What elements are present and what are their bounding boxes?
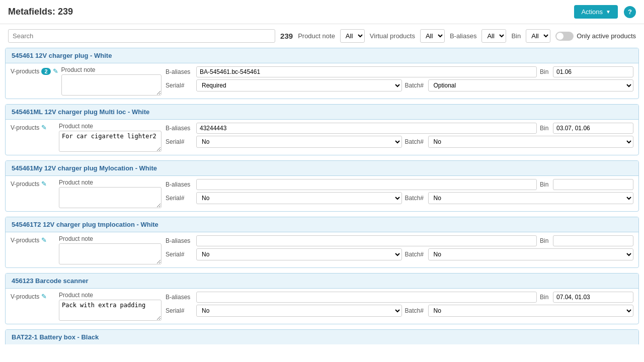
actions-button[interactable]: Actions ▼ xyxy=(574,5,618,19)
product-note-textarea[interactable] xyxy=(59,243,162,264)
v-products-label: V-products xyxy=(11,180,39,188)
serial-select[interactable]: RequiredNoYes xyxy=(196,79,402,92)
b-aliases-label: B-aliases xyxy=(166,181,193,188)
product-header: BAT22-1 Battery box - Black xyxy=(6,330,638,344)
product-group: 545461My 12V charger plug Mylocation - W… xyxy=(5,160,639,212)
product-note-textarea[interactable] xyxy=(59,300,162,321)
batch-select[interactable]: OptionalNoYes xyxy=(428,305,634,317)
product-row: V-products✎Product noteB-aliasesBinSeria… xyxy=(6,120,638,155)
v-products-label: V-products xyxy=(11,293,39,300)
edit-icon[interactable]: ✎ xyxy=(41,124,47,131)
page-title: Metafields: 239 xyxy=(8,7,73,17)
serial-label: Serial# xyxy=(166,251,193,258)
serial-select[interactable]: RequiredNoYes xyxy=(196,136,402,148)
note-wrap: Product note xyxy=(59,235,162,264)
product-note-label: Product note xyxy=(59,123,162,130)
bin-input[interactable] xyxy=(553,66,633,77)
product-header: 545461 12V charger plug - White xyxy=(6,48,638,63)
product-note-textarea[interactable] xyxy=(59,187,162,208)
virtual-products-label: Virtual products xyxy=(370,32,415,40)
product-row: V-products✎Product noteB-aliasesBinSeria… xyxy=(6,289,638,324)
v-products-label: V-products xyxy=(11,124,39,131)
serial-label: Serial# xyxy=(166,82,193,89)
b-aliases-label: B-aliases xyxy=(166,294,193,301)
v-products-badge: 2 xyxy=(41,68,50,75)
note-wrap: Product note xyxy=(59,123,162,152)
bin-label: Bin xyxy=(540,181,550,188)
left-section: V-products✎Product note xyxy=(11,235,162,264)
batch-label: Batch# xyxy=(405,82,425,89)
main-content: 545461 12V charger plug - WhiteV-product… xyxy=(0,48,644,344)
product-group: BAT22-1 Battery box - BlackV-products✎Pr… xyxy=(5,329,639,344)
note-wrap: Product note xyxy=(61,66,162,96)
serial-batch-row: Serial#RequiredNoYesBatch#OptionalNoYes xyxy=(166,192,633,204)
toggle-knob xyxy=(556,33,564,40)
serial-batch-row: Serial#RequiredNoYesBatch#OptionalNoYes xyxy=(166,248,633,260)
serial-batch-row: Serial#RequiredNoYesBatch#OptionalNoYes xyxy=(166,136,633,148)
bin-label: Bin xyxy=(540,294,550,301)
serial-label: Serial# xyxy=(166,138,193,145)
v-products-label: V-products xyxy=(11,237,39,244)
aliases-bin-row: B-aliasesBin xyxy=(166,66,633,77)
edit-icon[interactable]: ✎ xyxy=(53,67,58,75)
product-note-select[interactable]: All xyxy=(340,29,365,43)
serial-select[interactable]: RequiredNoYes xyxy=(196,192,402,204)
right-section: B-aliasesBinSerial#RequiredNoYesBatch#Op… xyxy=(166,179,633,204)
serial-label: Serial# xyxy=(166,307,193,314)
product-row: V-products2✎Product noteB-aliasesBinSeri… xyxy=(6,63,638,99)
b-aliases-input[interactable] xyxy=(196,179,537,190)
bin-label: Bin xyxy=(540,237,550,244)
b-aliases-input[interactable] xyxy=(196,235,537,246)
batch-select[interactable]: OptionalNoYes xyxy=(428,79,634,92)
bin-input[interactable] xyxy=(553,235,633,246)
right-section: B-aliasesBinSerial#RequiredNoYesBatch#Op… xyxy=(166,292,633,317)
edit-icon[interactable]: ✎ xyxy=(41,236,47,244)
b-aliases-input[interactable] xyxy=(196,66,537,77)
aliases-bin-row: B-aliasesBin xyxy=(166,292,633,303)
product-note-textarea[interactable] xyxy=(61,74,162,96)
v-products-section: V-products✎ xyxy=(11,292,56,300)
left-section: V-products✎Product note xyxy=(11,292,162,321)
product-note-label: Product note xyxy=(59,235,162,242)
aliases-bin-row: B-aliasesBin xyxy=(166,235,633,246)
serial-batch-row: Serial#RequiredNoYesBatch#OptionalNoYes xyxy=(166,79,633,92)
b-aliases-input[interactable] xyxy=(196,292,537,303)
product-note-textarea[interactable] xyxy=(59,131,162,152)
bin-label: Bin xyxy=(511,32,521,40)
v-products-label: V-products xyxy=(11,68,39,75)
serial-select[interactable]: RequiredNoYes xyxy=(196,305,402,317)
batch-select[interactable]: OptionalNoYes xyxy=(428,248,634,260)
b-aliases-input[interactable] xyxy=(196,123,537,134)
top-bar: Metafields: 239 Actions ▼ ? xyxy=(0,0,644,24)
v-products-section: V-products✎ xyxy=(11,179,56,188)
active-toggle[interactable] xyxy=(555,32,574,41)
edit-icon[interactable]: ✎ xyxy=(41,293,47,300)
bin-input[interactable] xyxy=(553,292,633,303)
v-products-section: V-products✎ xyxy=(11,123,56,131)
help-button[interactable]: ? xyxy=(624,6,636,18)
virtual-products-select[interactable]: All xyxy=(420,29,445,43)
batch-select[interactable]: OptionalNoYes xyxy=(428,192,634,204)
serial-select[interactable]: RequiredNoYes xyxy=(196,248,402,260)
b-aliases-label: B-aliases xyxy=(166,237,193,244)
bin-input[interactable] xyxy=(553,123,633,134)
product-group: 545461 12V charger plug - WhiteV-product… xyxy=(5,48,639,99)
filter-bar: 239 Product note All Virtual products Al… xyxy=(0,24,644,48)
left-section: V-products✎Product note xyxy=(11,123,162,152)
aliases-bin-row: B-aliasesBin xyxy=(166,123,633,134)
active-label: Only active products xyxy=(577,32,636,40)
edit-icon[interactable]: ✎ xyxy=(41,180,47,188)
b-aliases-label: B-aliases xyxy=(450,32,476,40)
count-badge: 239 xyxy=(280,32,293,40)
right-section: B-aliasesBinSerial#RequiredNoYesBatch#Op… xyxy=(166,66,633,92)
product-row: V-products✎Product noteB-aliasesBinSeria… xyxy=(6,232,638,267)
search-input[interactable] xyxy=(8,29,275,43)
bin-select[interactable]: All xyxy=(526,29,550,43)
batch-label: Batch# xyxy=(405,307,425,314)
b-aliases-select[interactable]: All xyxy=(481,29,506,43)
batch-select[interactable]: OptionalNoYes xyxy=(428,136,634,148)
bin-label: Bin xyxy=(540,68,550,75)
note-wrap: Product note xyxy=(59,292,162,321)
product-group: 456123 Barcode scannerV-products✎Product… xyxy=(5,273,639,324)
bin-input[interactable] xyxy=(553,179,633,190)
